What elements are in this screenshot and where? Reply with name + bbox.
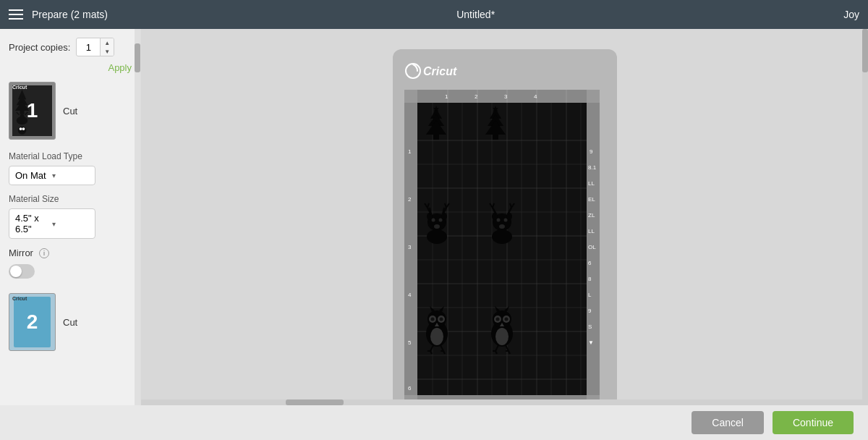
material-size-select[interactable]: 4.5" x 6.5" ▾: [9, 208, 95, 239]
mat2-cricut-logo: Cricut: [12, 296, 27, 301]
svg-rect-3: [20, 111, 25, 114]
svg-point-143: [504, 318, 508, 321]
svg-point-9: [20, 127, 22, 130]
mat-svg: 1 2 3 4 1 2 3 4 5 6 9 8.1 LL EL ZL: [404, 90, 600, 408]
svg-point-105: [434, 224, 440, 229]
svg-line-133: [430, 351, 432, 354]
copies-input-wrap: ▲ ▼: [76, 38, 114, 56]
copies-arrows: ▲ ▼: [100, 38, 114, 56]
svg-text:LL: LL: [588, 180, 595, 187]
mat1-thumbnail[interactable]: Cricut: [9, 82, 56, 140]
material-load-type-label: Material Load Type: [9, 151, 132, 161]
main-layout: Project copies: ▲ ▼ Apply Cricut: [0, 29, 868, 440]
sidebar-scrollbar[interactable]: [135, 29, 140, 440]
svg-text:ZL: ZL: [588, 212, 595, 219]
cricut-logo: Cricut: [404, 61, 605, 84]
svg-line-115: [510, 203, 511, 208]
svg-line-135: [443, 351, 445, 354]
svg-point-106: [427, 229, 447, 244]
svg-point-129: [430, 328, 443, 345]
hamburger-menu-icon[interactable]: [9, 9, 23, 20]
mat2-card: Cricut 2 Cut: [9, 293, 132, 351]
svg-text:Cricut: Cricut: [423, 65, 457, 77]
project-copies-row: Project copies: ▲ ▼: [9, 38, 132, 56]
svg-rect-90: [493, 135, 498, 140]
svg-point-117: [503, 219, 507, 222]
svg-text:5: 5: [408, 339, 412, 346]
mirror-info-icon[interactable]: i: [39, 248, 49, 258]
user-name[interactable]: Joy: [843, 9, 859, 20]
svg-rect-18: [587, 90, 600, 103]
material-size-dropdown-arrow: ▾: [52, 220, 89, 228]
svg-point-145: [495, 328, 509, 345]
mirror-toggle[interactable]: [9, 264, 35, 279]
mat1-card: Cricut: [9, 82, 132, 140]
svg-text:OL: OL: [588, 244, 596, 250]
svg-text:▼: ▼: [588, 339, 594, 346]
canvas-vscroll-thumb: [862, 29, 868, 72]
mirror-label: Mirror: [9, 248, 33, 258]
header: Prepare (2 mats) Untitled* Joy: [0, 0, 868, 29]
svg-point-8: [18, 126, 27, 135]
mat2-thumbnail[interactable]: Cricut 2: [9, 293, 56, 351]
canvas-hscroll-thumb: [286, 399, 344, 405]
continue-button[interactable]: Continue: [773, 411, 854, 434]
apply-button[interactable]: Apply: [9, 62, 132, 73]
svg-line-130: [430, 345, 433, 351]
project-copies-label: Project copies:: [9, 42, 70, 53]
copies-input[interactable]: [77, 41, 100, 54]
svg-marker-84: [426, 120, 446, 135]
copies-down-arrow[interactable]: ▼: [101, 47, 114, 56]
svg-text:LL: LL: [588, 228, 595, 234]
svg-rect-17: [404, 90, 417, 103]
canvas-vertical-scrollbar[interactable]: [862, 29, 868, 405]
mat2-label: Cut: [63, 317, 77, 328]
svg-line-151: [509, 351, 510, 354]
svg-text:2: 2: [475, 93, 478, 100]
canvas-horizontal-scrollbar[interactable]: [141, 399, 868, 405]
svg-text:S: S: [588, 323, 592, 330]
svg-point-127: [439, 318, 443, 321]
svg-text:9: 9: [588, 308, 592, 314]
svg-point-104: [438, 219, 442, 222]
cancel-button[interactable]: Cancel: [692, 411, 764, 434]
svg-point-5: [20, 114, 25, 119]
svg-text:8.1: 8.1: [588, 164, 597, 171]
svg-point-142: [495, 318, 499, 321]
svg-text:9: 9: [590, 148, 593, 155]
sidebar: Project copies: ▲ ▼ Apply Cricut: [0, 29, 141, 440]
svg-line-6: [17, 112, 20, 115]
svg-rect-85: [433, 135, 439, 140]
mat1-label: Cut: [63, 106, 77, 117]
svg-line-97: [427, 203, 429, 208]
mat-grid-wrapper: 1 2 3 4 1 2 3 4 5 6 9 8.1 LL EL ZL: [404, 90, 600, 408]
material-size-label: Material Size: [9, 194, 132, 204]
svg-text:8: 8: [588, 276, 592, 282]
svg-text:6: 6: [408, 385, 412, 392]
svg-text:EL: EL: [588, 196, 595, 203]
document-title: Untitled*: [456, 9, 495, 20]
svg-line-146: [495, 345, 498, 351]
svg-point-116: [496, 219, 500, 222]
svg-text:3: 3: [408, 244, 412, 250]
svg-text:L: L: [588, 292, 592, 298]
svg-text:1: 1: [445, 93, 448, 100]
svg-text:6: 6: [588, 260, 592, 266]
svg-line-149: [495, 351, 497, 354]
mat2-number: 2: [27, 310, 38, 334]
header-prepare-title: Prepare (2 mats): [32, 9, 108, 20]
svg-text:1: 1: [408, 148, 412, 155]
svg-marker-89: [485, 120, 506, 135]
svg-text:4: 4: [408, 292, 412, 298]
svg-point-126: [430, 318, 434, 321]
svg-text:3: 3: [504, 93, 508, 100]
mat1-number: 1: [27, 99, 38, 122]
svg-rect-13: [404, 90, 600, 103]
material-load-type-select[interactable]: On Mat ▾: [9, 166, 95, 185]
svg-line-101: [445, 203, 446, 208]
mat-preview-card: Cricut: [393, 49, 617, 420]
copies-up-arrow[interactable]: ▲: [101, 38, 114, 47]
svg-text:4: 4: [534, 93, 537, 100]
svg-point-119: [492, 229, 512, 244]
mirror-row: Mirror i: [9, 248, 132, 258]
